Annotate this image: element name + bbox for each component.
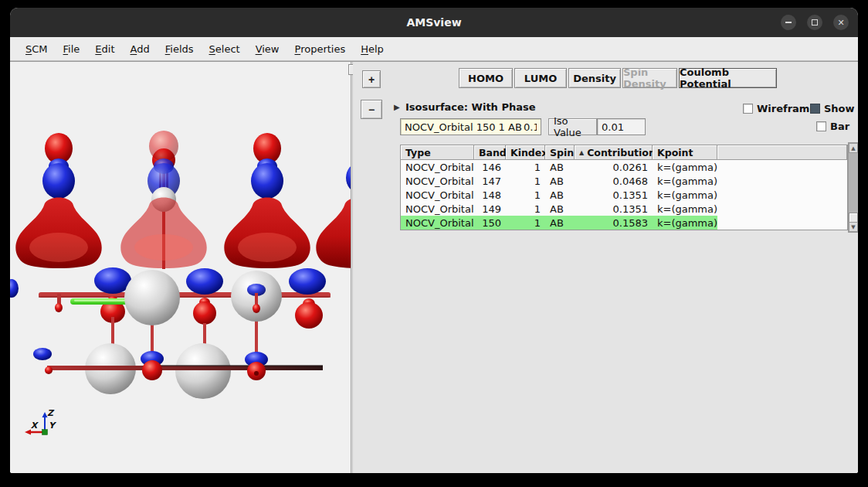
cell: 147 <box>474 174 506 188</box>
tab-coulomb-potential[interactable]: Coulomb Potential <box>679 68 777 88</box>
main-content: X Y Z + HOMOLUMODensitySpin DensityCoulo… <box>10 61 858 473</box>
table-row[interactable]: NOCV_Orbital1491AB0.1351k=(gamma) <box>401 202 847 216</box>
isosurface-columns <box>15 131 351 269</box>
orbital-selector-contribution: 0.1 <box>524 121 537 133</box>
scroll-down-icon[interactable]: ▼ <box>849 222 858 232</box>
window-controls: ✕ <box>781 8 849 37</box>
window-title: AMSview <box>406 16 461 29</box>
z-axis-label: Z <box>47 408 55 418</box>
column-header-label: Band <box>479 147 507 158</box>
show-label: Show <box>824 103 855 114</box>
bar-label: Bar <box>830 121 849 132</box>
table-row[interactable]: NOCV_Orbital1501AB0.1583k=(gamma) <box>401 216 847 230</box>
fields-panel: + HOMOLUMODensitySpin DensityCoulomb Pot… <box>353 62 858 473</box>
column-header-band[interactable]: Band <box>474 145 506 160</box>
cell: AB <box>545 160 575 174</box>
cell: AB <box>545 216 575 230</box>
cell <box>717 160 847 174</box>
cell: 1 <box>506 216 545 230</box>
remove-field-button[interactable]: − <box>361 100 382 119</box>
axis-origin <box>42 430 48 435</box>
expander-arrow-icon[interactable]: ▶ <box>394 103 400 111</box>
field-tabs: HOMOLUMODensitySpin DensityCoulomb Poten… <box>459 68 778 88</box>
bar-checkbox[interactable] <box>816 121 826 131</box>
show-checkbox[interactable] <box>810 104 820 114</box>
menu-item-add[interactable]: Add <box>123 43 158 55</box>
table-row[interactable]: NOCV_Orbital1481AB0.1351k=(gamma) <box>401 188 847 202</box>
cell: NOCV_Orbital <box>401 160 474 174</box>
column-header-kindex[interactable]: Kindex <box>506 145 545 160</box>
surface-atoms-lower <box>33 343 323 399</box>
close-button[interactable]: ✕ <box>833 15 849 30</box>
tab-spin-density: Spin Density <box>622 68 677 88</box>
scroll-up-icon[interactable]: ▲ <box>849 143 858 153</box>
menu-item-help[interactable]: Help <box>353 43 392 55</box>
menu-item-edit[interactable]: Edit <box>87 43 122 55</box>
wireframe-checkbox-row: Wireframe <box>743 103 816 114</box>
cell: AB <box>545 202 575 216</box>
cell: NOCV_Orbital <box>401 188 474 202</box>
iso-value-label: Iso Value <box>548 118 597 135</box>
cell <box>717 216 847 230</box>
cell: NOCV_Orbital <box>401 202 474 216</box>
add-field-button[interactable]: + <box>362 70 381 88</box>
show-checkbox-row: Show <box>810 103 855 114</box>
amsview-window: AMSview ✕ SCMFileEditAddFieldsSelectView… <box>10 8 858 473</box>
column-header-label: Contribution <box>587 147 656 158</box>
cell <box>717 174 847 188</box>
orbital-selector[interactable]: NOCV_Orbital 150 1 AB 0.1 <box>400 118 541 135</box>
cell: 0.1351 <box>575 202 653 216</box>
y-axis-label: Y <box>49 421 57 431</box>
menu-item-file[interactable]: File <box>56 43 88 55</box>
column-header-label: Spin <box>550 147 574 158</box>
cell: 0.0468 <box>575 174 653 188</box>
minimize-icon <box>785 22 792 23</box>
column-header-contribution[interactable]: ▲Contribution <box>575 145 653 160</box>
tab-density[interactable]: Density <box>568 68 621 88</box>
cell: 148 <box>474 188 506 202</box>
orbital-table: TypeBandKindexSpin▲ContributionKpointNOC… <box>400 145 848 230</box>
molecule-visualization: X Y Z <box>10 62 351 473</box>
cell: k=(gamma) <box>653 188 717 202</box>
table-row[interactable]: NOCV_Orbital1471AB0.0468k=(gamma) <box>401 174 847 188</box>
x-axis-label: X <box>31 421 39 431</box>
tab-lumo[interactable]: LUMO <box>514 68 567 88</box>
menu-item-fields[interactable]: Fields <box>158 43 202 55</box>
table-row[interactable]: NOCV_Orbital1461AB0.0261k=(gamma) <box>401 160 847 174</box>
wireframe-label: Wireframe <box>757 103 816 114</box>
column-header-filler[interactable] <box>717 145 847 160</box>
table-header-row: TypeBandKindexSpin▲ContributionKpoint <box>401 145 847 160</box>
cell: NOCV_Orbital <box>401 216 474 230</box>
column-header-kpoint[interactable]: Kpoint <box>653 145 717 160</box>
cell: 1 <box>506 202 545 216</box>
cell: 0.0261 <box>575 160 653 174</box>
3d-viewport[interactable]: X Y Z <box>10 62 351 473</box>
cell: 146 <box>474 160 506 174</box>
menu-item-select[interactable]: Select <box>202 43 248 55</box>
maximize-icon <box>812 19 818 26</box>
maximize-button[interactable] <box>807 15 822 30</box>
cell: AB <box>545 188 575 202</box>
column-header-type[interactable]: Type <box>401 145 474 160</box>
cell: 0.1583 <box>575 216 653 230</box>
cell: 1 <box>506 188 545 202</box>
iso-value-input[interactable]: 0.01 <box>597 118 646 135</box>
column-header-label: Kindex <box>510 147 548 158</box>
wireframe-checkbox[interactable] <box>743 104 753 114</box>
titlebar[interactable]: AMSview ✕ <box>10 8 858 37</box>
edge-lobe <box>10 279 19 298</box>
cell: k=(gamma) <box>653 174 717 188</box>
table-scrollbar[interactable]: ▲ ▼ <box>848 142 858 233</box>
minimize-button[interactable] <box>781 15 796 30</box>
tab-homo[interactable]: HOMO <box>459 68 513 88</box>
cell: k=(gamma) <box>653 216 717 230</box>
menubar: SCMFileEditAddFieldsSelectViewProperties… <box>10 37 858 61</box>
column-header-label: Type <box>405 147 431 158</box>
cell: 150 <box>474 216 506 230</box>
column-header-spin[interactable]: Spin <box>545 145 575 160</box>
cell <box>717 188 847 202</box>
menu-item-properties[interactable]: Properties <box>287 43 354 55</box>
menu-item-view[interactable]: View <box>248 43 287 55</box>
column-header-label: Kpoint <box>657 147 693 158</box>
menu-item-scm[interactable]: SCM <box>18 43 56 55</box>
